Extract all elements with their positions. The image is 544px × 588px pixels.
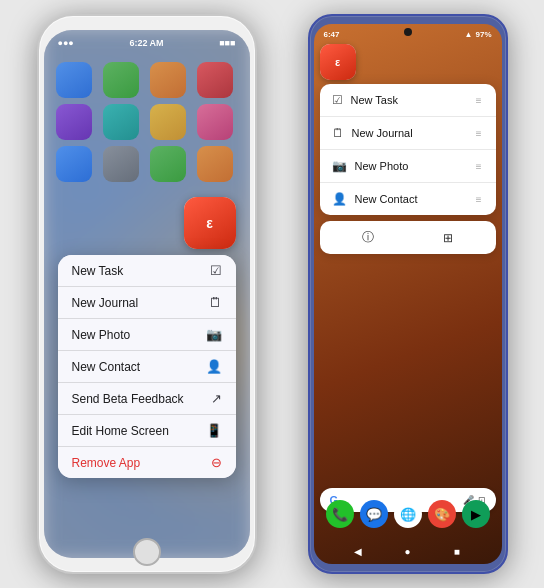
ios-menu-new-contact-icon: 👤: [206, 359, 222, 374]
android-menu-new-journal[interactable]: 🗒 New Journal ≡: [320, 117, 496, 150]
ios-menu-edit-home-icon: 📱: [206, 423, 222, 438]
elytra-logo-android: ε: [320, 44, 356, 80]
ios-menu-send-feedback[interactable]: Send Beta Feedback ↗: [58, 383, 236, 415]
ios-icon-9: [56, 146, 92, 182]
android-menu-card: ☑ New Task ≡ 🗒 New Journal ≡: [320, 84, 496, 215]
android-menu-new-contact[interactable]: 👤 New Contact ≡: [320, 183, 496, 215]
android-battery: 97%: [475, 30, 491, 39]
android-info-btn[interactable]: ⓘ: [362, 229, 374, 246]
ios-menu-new-task-icon: ☑: [210, 263, 222, 278]
ios-menu-remove-app[interactable]: Remove App ⊖: [58, 447, 236, 478]
ios-menu-new-photo-icon: 📷: [206, 327, 222, 342]
ios-menu-new-task[interactable]: New Task ☑: [58, 255, 236, 287]
android-popup-actions: ⓘ ⊞: [320, 221, 496, 254]
iphone-device: ●●● 6:22 AM ■■■: [37, 14, 257, 574]
iphone-battery: ■■■: [219, 38, 235, 48]
dock-phone[interactable]: 📞: [326, 500, 354, 528]
iphone-time: 6:22 AM: [129, 38, 163, 48]
dock-youtube[interactable]: ▶: [462, 500, 490, 528]
android-menu-new-task-left: ☑ New Task: [332, 93, 398, 107]
ios-menu-new-contact-label: New Contact: [72, 360, 141, 374]
android-menu-new-photo-left: 📷 New Photo: [332, 159, 409, 173]
ios-menu-remove-app-label: Remove App: [72, 456, 141, 470]
ios-icon-2: [103, 62, 139, 98]
android-device: 6:47 ▲ 97% ε ☑ New Task ≡: [308, 14, 508, 574]
ios-menu-new-journal[interactable]: New Journal 🗒: [58, 287, 236, 319]
android-back-btn[interactable]: ◀: [351, 544, 365, 558]
android-popup: ε ☑ New Task ≡ 🗒 New Journal: [320, 44, 496, 254]
android-task-icon: ☑: [332, 93, 343, 107]
ios-menu-edit-home-label: Edit Home Screen: [72, 424, 169, 438]
ios-menu-new-photo[interactable]: New Photo 📷: [58, 319, 236, 351]
ios-context-menu: ε New Task ☑ New Journal 🗒 New Photo 📷: [58, 197, 236, 478]
android-time: 6:47: [324, 30, 340, 39]
android-wifi-icon: ▲: [465, 30, 473, 39]
iphone-signal: ●●●: [58, 38, 74, 48]
android-task-handle: ≡: [476, 95, 484, 106]
android-menu-new-photo[interactable]: 📷 New Photo ≡: [320, 150, 496, 183]
android-grid-btn[interactable]: ⊞: [443, 231, 453, 245]
dock-chrome[interactable]: 🌐: [394, 500, 422, 528]
iphone-home-button[interactable]: [133, 538, 161, 566]
ios-menu-remove-app-icon: ⊖: [211, 455, 222, 470]
android-contact-icon: 👤: [332, 192, 347, 206]
ios-icon-5: [56, 104, 92, 140]
android-screen: 6:47 ▲ 97% ε ☑ New Task ≡: [314, 24, 502, 564]
android-camera: [404, 28, 412, 36]
ios-menu-send-feedback-label: Send Beta Feedback: [72, 392, 184, 406]
ios-elytra-icon: ε: [184, 197, 236, 249]
ios-icon-10: [103, 146, 139, 182]
android-recents-btn[interactable]: ■: [450, 544, 464, 558]
ios-menu-new-journal-label: New Journal: [72, 296, 139, 310]
ios-app-grid: [52, 58, 242, 186]
ios-menu-list: New Task ☑ New Journal 🗒 New Photo 📷 New…: [58, 255, 236, 478]
android-contact-label: New Contact: [355, 193, 418, 205]
android-status-right: ▲ 97%: [465, 30, 492, 39]
ios-icon-7: [150, 104, 186, 140]
ios-icon-11: [150, 146, 186, 182]
ios-icon-4: [197, 62, 233, 98]
dock-messages[interactable]: 💬: [360, 500, 388, 528]
ios-menu-send-feedback-icon: ↗: [211, 391, 222, 406]
android-menu-new-journal-left: 🗒 New Journal: [332, 126, 413, 140]
ios-menu-new-contact[interactable]: New Contact 👤: [58, 351, 236, 383]
android-journal-icon: 🗒: [332, 126, 344, 140]
ios-icon-12: [197, 146, 233, 182]
android-elytra-icon: ε: [320, 44, 356, 80]
android-photo-icon: 📷: [332, 159, 347, 173]
iphone-screen: ●●● 6:22 AM ■■■: [44, 30, 250, 558]
android-menu-new-task[interactable]: ☑ New Task ≡: [320, 84, 496, 117]
ios-icon-8: [197, 104, 233, 140]
android-journal-label: New Journal: [352, 127, 413, 139]
android-menu-new-contact-left: 👤 New Contact: [332, 192, 418, 206]
ios-menu-new-photo-label: New Photo: [72, 328, 131, 342]
android-nav-bar: ◀ ● ■: [314, 544, 502, 558]
ios-icon-6: [103, 104, 139, 140]
android-journal-handle: ≡: [476, 128, 484, 139]
ios-icon-3: [150, 62, 186, 98]
iphone-status-bar: ●●● 6:22 AM ■■■: [44, 38, 250, 48]
android-photo-label: New Photo: [355, 160, 409, 172]
ios-menu-new-task-label: New Task: [72, 264, 124, 278]
android-task-label: New Task: [351, 94, 398, 106]
android-photo-handle: ≡: [476, 161, 484, 172]
android-home-btn[interactable]: ●: [400, 544, 414, 558]
elytra-logo-ios: ε: [184, 197, 236, 249]
ios-menu-edit-home[interactable]: Edit Home Screen 📱: [58, 415, 236, 447]
scene: ●●● 6:22 AM ■■■: [0, 0, 544, 588]
dock-photos[interactable]: 🎨: [428, 500, 456, 528]
android-dock: 📞 💬 🌐 🎨 ▶: [314, 500, 502, 528]
android-contact-handle: ≡: [476, 194, 484, 205]
ios-menu-new-journal-icon: 🗒: [209, 295, 222, 310]
ios-icon-1: [56, 62, 92, 98]
